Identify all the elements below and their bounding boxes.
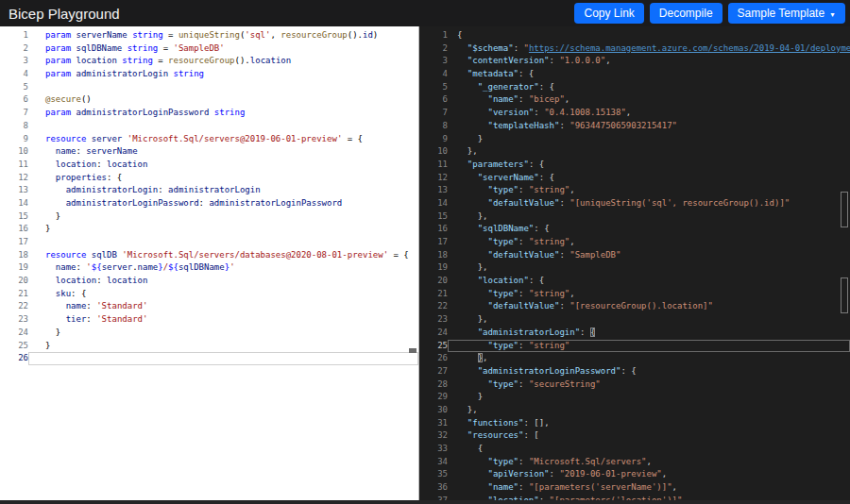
code-text: sku: { <box>28 288 418 301</box>
line-number: 7 <box>419 107 448 120</box>
code-text: "serverName": { <box>448 172 850 185</box>
code-line[interactable]: 6 "name": "bicep", <box>419 93 850 107</box>
code-line[interactable]: 22 "defaultValue": "[resourceGroup().loc… <box>419 300 850 313</box>
code-line[interactable]: 36 "name": "[parameters('serverName')]", <box>419 481 850 495</box>
code-line[interactable]: 17 <box>0 236 418 249</box>
code-line[interactable]: 23 }, <box>419 313 850 327</box>
code-text: param administratorLoginPassword string <box>28 107 418 120</box>
code-line[interactable]: 10 }, <box>419 145 850 159</box>
code-text: "type": "string", <box>448 288 850 301</box>
line-number: 24 <box>0 327 28 340</box>
code-line[interactable]: 7param administratorLoginPassword string <box>0 107 418 120</box>
code-text: "defaultValue": "[uniqueString('sql', re… <box>448 197 850 210</box>
line-number: 21 <box>419 288 448 301</box>
code-line[interactable]: 12 properties: { <box>0 172 418 185</box>
code-line[interactable]: 11 location: location <box>0 159 418 172</box>
line-number: 19 <box>0 261 28 275</box>
code-line[interactable]: 21 sku: { <box>0 288 418 301</box>
code-line[interactable]: 8 "templateHash": "9634475065903215417" <box>419 120 850 133</box>
code-text: } <box>28 223 418 236</box>
code-line[interactable]: 35 "apiVersion": "2019-06-01-preview", <box>419 468 850 481</box>
code-line[interactable]: 8 <box>0 120 418 133</box>
code-text: name: '${server.name}/${sqlDBName}' <box>28 261 418 275</box>
code-line[interactable]: 5 "_generator": { <box>419 81 850 94</box>
code-line[interactable]: 22 name: 'Standard' <box>0 300 418 313</box>
code-line[interactable]: 16 "sqlDBName": { <box>419 223 850 236</box>
line-number: 17 <box>0 236 28 249</box>
code-line[interactable]: 33 { <box>419 443 850 456</box>
code-line[interactable]: 9 } <box>419 133 850 146</box>
code-line[interactable]: 14 "defaultValue": "[uniqueString('sql',… <box>419 197 850 210</box>
code-line[interactable]: 10 name: serverName <box>0 145 418 159</box>
line-number: 18 <box>0 249 28 262</box>
code-line[interactable]: 4param administratorLogin string <box>0 68 418 81</box>
code-line[interactable]: 27 "administratorLoginPassword": { <box>419 365 850 378</box>
code-text: }, <box>448 210 850 224</box>
line-number: 4 <box>0 68 28 81</box>
code-line[interactable]: 23 tier: 'Standard' <box>0 313 418 327</box>
code-line[interactable]: 19 }, <box>419 261 850 275</box>
code-line[interactable]: 25} <box>0 340 418 353</box>
code-line[interactable]: 24 "administratorLogin": { <box>419 327 850 340</box>
code-line[interactable]: 20 location: location <box>0 275 418 288</box>
code-text: }, <box>448 313 850 327</box>
code-line[interactable]: 1{ <box>419 29 850 42</box>
code-line[interactable]: 21 "type": "string", <box>419 288 850 301</box>
code-line[interactable]: 15 }, <box>419 210 850 224</box>
code-text: "type": "string", <box>448 236 850 249</box>
code-text <box>28 81 418 94</box>
code-line[interactable]: 18resource sqlDB 'Microsoft.Sql/servers/… <box>0 249 418 262</box>
code-line[interactable]: 3 "contentVersion": "1.0.0.0", <box>419 55 850 68</box>
sample-template-button[interactable]: Sample Template ▼ <box>728 3 845 24</box>
code-text: "apiVersion": "2019-06-01-preview", <box>448 468 850 481</box>
code-line[interactable]: 12 "serverName": { <box>419 172 850 185</box>
code-line[interactable]: 26 }, <box>419 352 850 365</box>
code-line[interactable]: 31 "functions": [], <box>419 417 850 430</box>
copy-link-label: Copy Link <box>584 8 634 19</box>
page-title: Bicep Playground <box>8 6 120 22</box>
line-number: 36 <box>419 481 448 495</box>
code-line[interactable]: 24 } <box>0 327 418 340</box>
json-editor[interactable]: 1{2 "$schema": "https://schema.managemen… <box>419 26 850 500</box>
code-text: "type": "secureString" <box>448 378 850 392</box>
code-text: "name": "bicep", <box>448 93 850 107</box>
code-text: { <box>448 443 850 456</box>
copy-link-button[interactable]: Copy Link <box>574 3 643 24</box>
code-line[interactable]: 20 "location": { <box>419 275 850 288</box>
sample-template-label: Sample Template <box>738 8 825 19</box>
code-line[interactable]: 2 "$schema": "https://schema.management.… <box>419 42 850 56</box>
code-line[interactable]: 5 <box>0 81 418 94</box>
code-text: properties: { <box>28 172 418 185</box>
code-line[interactable]: 32 "resources": [ <box>419 429 850 443</box>
bicep-editor[interactable]: 1param serverName string = uniqueString(… <box>0 26 419 500</box>
code-line[interactable]: 4 "metadata": { <box>419 68 850 81</box>
code-line[interactable]: 13 "type": "string", <box>419 184 850 197</box>
code-line[interactable]: 3param location string = resourceGroup()… <box>0 55 418 68</box>
code-line[interactable]: 13 administratorLogin: administratorLogi… <box>0 184 418 197</box>
code-line[interactable]: 6@secure() <box>0 93 418 107</box>
code-line[interactable]: 1param serverName string = uniqueString(… <box>0 29 418 42</box>
code-line[interactable]: 30 }, <box>419 404 850 417</box>
code-line[interactable]: 16} <box>0 223 418 236</box>
code-line[interactable]: 7 "version": "0.4.1008.15138", <box>419 107 850 120</box>
code-line[interactable]: 14 administratorLoginPassword: administr… <box>0 197 418 210</box>
code-line[interactable]: 26 <box>0 352 418 365</box>
line-number: 13 <box>419 184 448 197</box>
code-line[interactable]: 2param sqlDBName string = 'SampleDB' <box>0 42 418 56</box>
code-line[interactable]: 28 "type": "secureString" <box>419 378 850 392</box>
line-number: 8 <box>419 120 448 133</box>
decompile-label: Decompile <box>659 8 713 19</box>
window-bottom-edge <box>0 500 850 504</box>
code-line[interactable]: 29 } <box>419 391 850 404</box>
code-line[interactable]: 9resource server 'Microsoft.Sql/servers@… <box>0 133 418 146</box>
code-line[interactable]: 17 "type": "string", <box>419 236 850 249</box>
code-line[interactable]: 15 } <box>0 210 418 224</box>
code-line[interactable]: 19 name: '${server.name}/${sqlDBName}' <box>0 261 418 275</box>
code-line[interactable]: 37 "location": "[parameters('location')]… <box>419 495 850 500</box>
decompile-button[interactable]: Decompile <box>650 3 722 24</box>
line-number: 27 <box>419 365 448 378</box>
code-line[interactable]: 34 "type": "Microsoft.Sql/servers", <box>419 456 850 469</box>
code-line[interactable]: 11 "parameters": { <box>419 159 850 172</box>
code-line[interactable]: 25 "type": "string" <box>419 340 850 353</box>
code-line[interactable]: 18 "defaultValue": "SampleDB" <box>419 249 850 262</box>
